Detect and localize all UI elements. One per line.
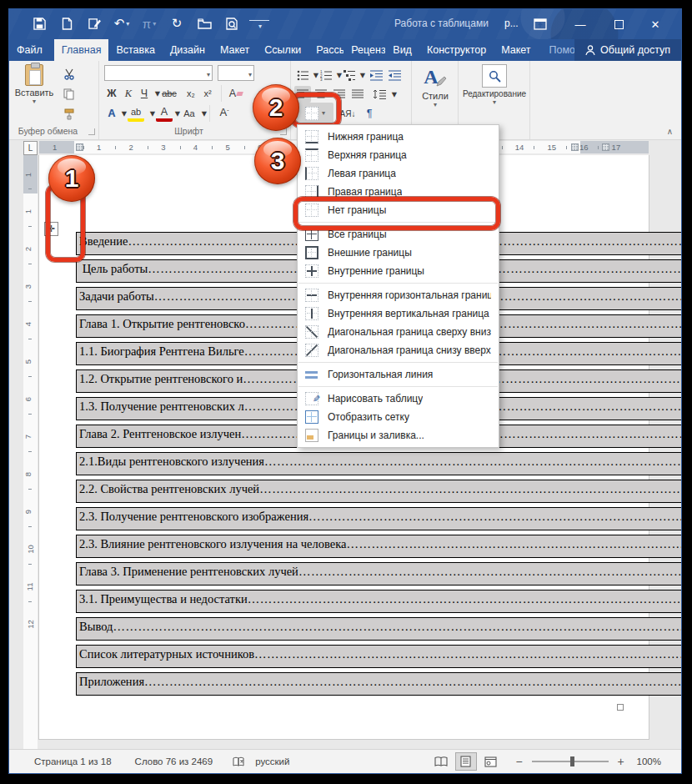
vertical-ruler[interactable]: 1 123456789101112 [23,155,38,749]
format-painter-icon[interactable] [61,106,78,123]
tab-review[interactable]: Рецензирование [343,39,385,61]
clipboard-dialog-launcher[interactable] [88,128,95,135]
web-layout-icon[interactable] [480,752,502,771]
menu-item-diagonal-down-border[interactable]: Диагональная граница сверху вниз [298,323,499,341]
toc-cell[interactable]: Вывод……………………………………………………………………………………………… [77,618,681,640]
toc-cell[interactable]: 3.1. Преимущества и недостатки…………………………… [77,591,681,612]
read-mode-icon[interactable] [430,752,452,771]
editing-button[interactable]: Редактирование ▾ [460,64,529,105]
print-layout-icon[interactable] [455,752,477,771]
table-column-marker[interactable] [76,143,83,151]
table-row[interactable]: Глава 3. Применение рентгеновских лучей…… [76,562,625,585]
tab-file[interactable]: Файл [9,39,50,61]
zoom-slider-thumb[interactable] [570,756,574,766]
word-count[interactable]: Слово 76 из 2469 [135,756,213,766]
save-icon[interactable] [29,13,49,34]
line-spacing-dropdown-icon[interactable]: ▾ [386,86,403,103]
table-column-marker[interactable] [602,143,609,151]
menu-item-diagonal-up-border[interactable]: Диагональная граница снизу вверх [298,341,499,359]
collapse-ribbon-icon[interactable]: ∧ [667,127,673,136]
superscript-button[interactable]: x² [199,85,216,102]
zoom-out-button[interactable]: − [514,755,525,768]
font-name-dropdown-icon[interactable]: ▾ [207,71,210,78]
highlight-button[interactable]: ab [128,105,144,122]
change-case-dropdown-icon[interactable]: ▾ [196,105,213,122]
font-name-combo[interactable]: ▾ [104,65,213,81]
table-row[interactable]: 2.3. Получение рентгеновского изображени… [76,507,625,530]
menu-item-borders-and-shading[interactable]: Границы и заливка... [298,426,499,445]
ribbon-display-icon[interactable] [526,13,554,36]
table-row[interactable]: 2.2. Свойства рентгеновских лучей…………………… [76,480,625,503]
strikethrough-button[interactable]: abc [161,85,178,102]
bold-button[interactable]: Ж [103,85,120,102]
decrease-indent-icon[interactable] [368,67,384,83]
menu-item-inside-horizontal-border[interactable]: Внутренняя горизонтальная граница [298,286,499,304]
undo-icon[interactable]: ↶▾ [112,13,132,34]
toc-cell[interactable]: 2.1.Виды рентгеновского излучения…………………… [77,453,681,475]
tab-mailings[interactable]: Рассылки [308,39,343,61]
change-case-button[interactable]: Aa [181,105,198,122]
menu-item-top-border[interactable]: Верхняя граница [298,146,499,164]
italic-button[interactable]: К [120,85,137,102]
table-row[interactable]: Вывод……………………………………………………………………………………………… [76,617,625,641]
zoom-in-button[interactable]: + [615,755,627,768]
clear-formatting-button[interactable]: А [228,85,244,102]
tab-insert[interactable]: Вставка [108,39,162,61]
table-resize-handle[interactable] [617,704,624,711]
print-preview-icon[interactable] [222,13,242,34]
close-icon[interactable]: ✕ [641,13,669,36]
tab-home[interactable]: Главная [54,39,109,61]
toc-cell[interactable]: 2.3. Получение рентгеновского изображени… [77,508,681,530]
editing-dropdown-icon[interactable]: ▾ [493,100,496,105]
tab-layout[interactable]: Макет [213,39,257,61]
styles-button[interactable]: А Стили ▾ [414,64,457,108]
minimize-icon[interactable]: — [566,13,594,36]
tab-help[interactable]: Помощь [539,39,574,61]
menu-item-inside-vertical-border[interactable]: Внутренняя вертикальная граница [298,304,499,323]
table-row[interactable]: 2.3. Влияние рентгеновского излучения на… [76,535,625,558]
tab-table-layout[interactable]: Макет [494,39,538,61]
font-size-dropdown-icon[interactable]: ▾ [248,71,252,78]
table-row[interactable]: Список литературных источников…………………………… [76,645,625,668]
menu-item-view-gridlines[interactable]: Отобразить сетку [298,408,499,426]
copy-icon[interactable] [61,86,78,103]
proofing-icon[interactable] [233,756,245,767]
menu-item-inside-borders[interactable]: Внутренние границы [298,262,499,280]
zoom-level[interactable]: 100% [637,756,661,766]
toc-cell[interactable]: 2.2. Свойства рентгеновских лучей…………………… [77,480,681,502]
share-button[interactable]: Общий доступ [574,39,681,61]
table-row[interactable]: 3.1. Преимущества и недостатки…………………………… [76,590,625,613]
font-size-combo[interactable]: ▾ [218,65,254,81]
menu-item-horizontal-line[interactable]: Горизонтальная линия [298,365,499,384]
maximize-icon[interactable] [604,13,633,36]
line-spacing-icon[interactable] [371,86,388,103]
save-as-icon[interactable] [84,13,104,34]
tab-stop-selector[interactable]: L [23,141,38,155]
tab-view[interactable]: Вид [385,39,419,61]
table-row[interactable]: Приложения………………………………………………………………………………… [76,672,625,696]
tab-references[interactable]: Ссылки [257,39,308,61]
justify-icon[interactable] [349,86,366,103]
subscript-button[interactable]: x₂ [183,85,199,102]
qat-overflow-icon[interactable]: ▾ [249,20,269,32]
toc-cell[interactable]: Список литературных источников…………………………… [77,646,681,667]
tab-table-design[interactable]: Конструктор [419,39,494,61]
toc-cell[interactable]: 2.3. Влияние рентгеновского излучения на… [77,535,681,557]
menu-item-bottom-border[interactable]: Нижняя граница [298,128,499,146]
redo-icon[interactable]: ↻ [167,13,187,34]
page-indicator[interactable]: Страница 1 из 18 [34,756,112,766]
menu-item-left-border[interactable]: Левая граница [298,164,499,183]
menu-item-outside-borders[interactable]: Внешние границы [298,244,499,262]
zoom-slider[interactable] [532,761,609,762]
toc-cell[interactable]: Приложения………………………………………………………………………………… [77,673,681,695]
toc-cell[interactable]: Глава 3. Применение рентгеновских лучей…… [77,563,681,585]
open-folder-icon[interactable] [194,13,214,34]
grow-font-button[interactable]: Аˆ [216,103,233,120]
tab-design[interactable]: Дизайн [163,39,213,61]
menu-item-draw-table[interactable]: Нарисовать таблицу [298,389,499,408]
pilcrow-icon[interactable]: ¶ [361,105,378,122]
table-row[interactable]: 2.1.Виды рентгеновского излучения…………………… [76,452,625,475]
paste-button[interactable]: Вставить ▾ [13,64,56,104]
cut-icon[interactable] [61,66,78,83]
increase-indent-icon[interactable] [386,67,403,83]
